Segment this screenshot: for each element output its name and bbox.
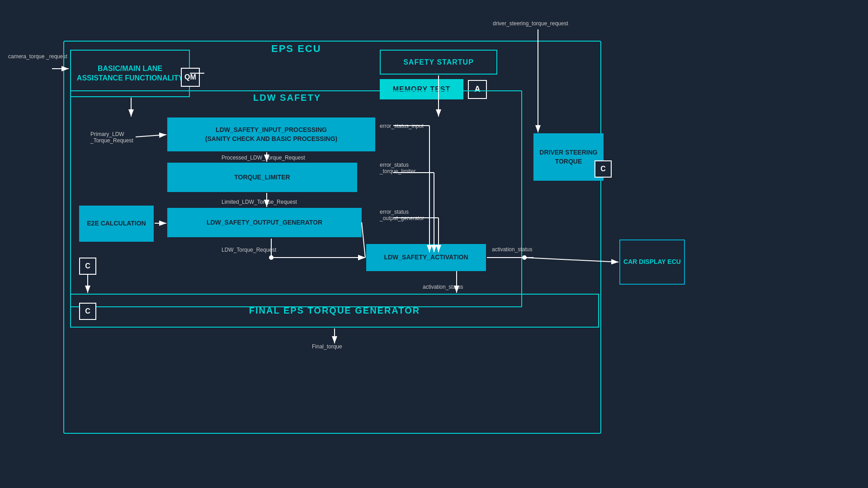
e2e-text: E2E CALCULATION (87, 219, 146, 228)
camera-torque-label: camera_torque _request (8, 53, 67, 60)
car-display-text: CAR DISPLAY ECU (623, 258, 681, 267)
driver-steering-torque-label: driver_steering_torque_request (493, 20, 568, 27)
car-display-box: CAR DISPLAY ECU (619, 239, 685, 285)
c-badge-e2e: C (79, 258, 96, 275)
final-torque-label: Final_torque (312, 343, 342, 350)
basic-main-text: BASIC/MAIN LANE ASSISTANCE FUNCTIONALITY (75, 64, 185, 83)
diagram-container: camera_torque _request driver_steering_t… (0, 0, 868, 488)
activation-block: LDW_SAFETY_ACTIVATION (366, 244, 486, 271)
input-processing-block: LDW_SAFETY_INPUT_PROCESSING(SANITY CHECK… (167, 117, 375, 151)
output-generator-block: LDW_SAFETY_OUTPUT_GENERATOR (167, 208, 362, 237)
driver-steering-box: DRIVER STEERING TORQUE (533, 133, 604, 181)
safety-startup-box: SAFETY STARTUP (380, 50, 497, 75)
activation-status-in-label: activation_status (423, 284, 463, 290)
c-badge-final-eps: C (79, 303, 96, 320)
activation-status-out-label: activation_status (492, 246, 532, 253)
input-processing-text: LDW_SAFETY_INPUT_PROCESSING(SANITY CHECK… (205, 126, 337, 143)
error-status-input-label: error_status_input (380, 123, 424, 129)
torque-limiter-block: TORQUE_LIMITER (167, 163, 357, 192)
final-eps-label: FINAL EPS TORQUE GENERATOR (249, 305, 420, 316)
safety-startup-label: SAFETY STARTUP (403, 58, 474, 66)
ldw-torque-label: LDW_Torque_Request (222, 247, 276, 253)
e2e-block: E2E CALCULATION (79, 206, 154, 242)
ldw-safety-label: LDW SAFETY (253, 93, 321, 103)
limited-ldw-label: Limited_LDW_Torque_Request (222, 199, 297, 205)
qm-badge: QM (181, 68, 200, 87)
error-status-torque-label: error_status_torque_limiter (380, 162, 415, 174)
driver-steering-text: DRIVER STEERING TORQUE (537, 148, 600, 166)
torque-limiter-text: TORQUE_LIMITER (234, 173, 290, 182)
final-eps-box: FINAL EPS TORQUE GENERATOR (70, 294, 599, 328)
eps-ecu-label: EPS ECU (271, 43, 321, 55)
primary-ldw-label: Primary_LDW_Torque_Request (90, 131, 133, 144)
error-status-output-label: error_status_output_generator (380, 209, 424, 221)
c-badge-driver-steering: C (594, 160, 612, 178)
activation-text: LDW_SAFETY_ACTIVATION (384, 253, 468, 262)
processed-ldw-label: Processed_LDW_Torque_Request (222, 155, 305, 161)
output-generator-text: LDW_SAFETY_OUTPUT_GENERATOR (207, 218, 322, 227)
